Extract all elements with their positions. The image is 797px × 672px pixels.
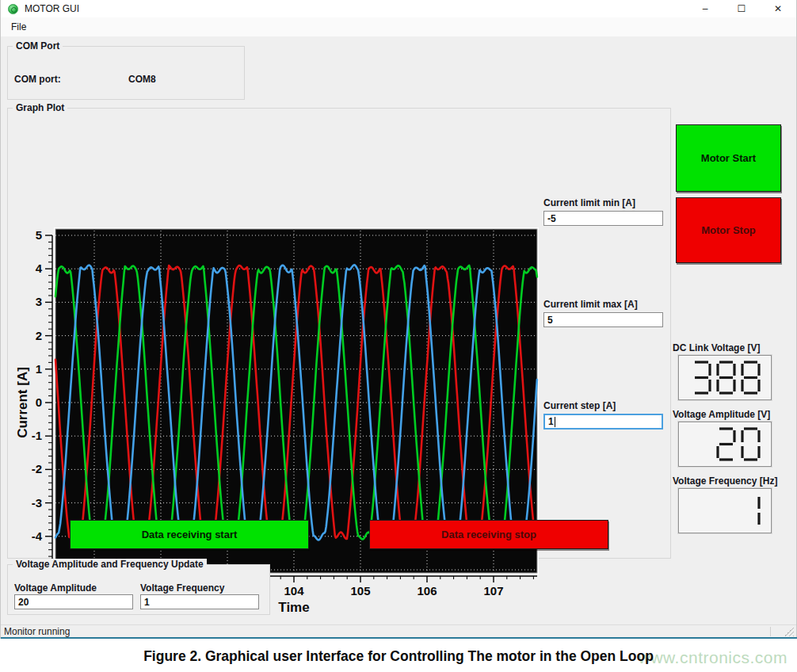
status-bar: Monitor running (1, 624, 796, 637)
graph-plot-group: Graph Plot -5-4-3-2-10123451011021031041… (7, 108, 671, 559)
menu-item-file[interactable]: File (7, 20, 30, 34)
window-controls: – ☐ ✕ (687, 0, 796, 17)
dc-link-voltage-digits (692, 360, 765, 396)
voltage-amplitude-display (678, 422, 772, 467)
svg-text:-1: -1 (32, 429, 42, 442)
svg-text:Time: Time (278, 600, 309, 615)
svg-text:Current [A]: Current [A] (16, 367, 30, 438)
menu-bar: File (1, 17, 796, 36)
app-window: MOTOR GUI – ☐ ✕ File COM Port COM port: … (0, 0, 797, 639)
current-limit-min-label: Current limit min [A] (543, 197, 635, 208)
screenshot-stage: MOTOR GUI – ☐ ✕ File COM Port COM port: … (0, 0, 797, 672)
voltage-amplitude-display-label: Voltage Amplitude [V] (673, 409, 770, 420)
text-caret (555, 417, 555, 427)
motor-stop-label: Motor Stop (701, 224, 756, 236)
dc-link-voltage-label: DC Link Voltage [V] (673, 342, 760, 353)
voltage-amplitude-digits (716, 426, 765, 463)
data-receiving-stop-label: Data receiving stop (441, 529, 536, 540)
svg-text:104: 104 (284, 584, 304, 598)
caption-area: www.cntronics.com Figure 2. Graphical us… (0, 639, 797, 672)
voltage-frequency-digits (741, 493, 765, 529)
motor-start-label: Motor Start (701, 152, 756, 164)
svg-text:5: 5 (36, 228, 42, 242)
voltage-frequency-input-label: Voltage Frequency (140, 582, 224, 594)
svg-text:105: 105 (350, 584, 370, 598)
svg-text:106: 106 (417, 584, 437, 598)
figure-caption: Figure 2. Graphical user Interface for C… (0, 648, 797, 665)
current-step-value: 1 (548, 416, 554, 427)
svg-text:-4: -4 (32, 529, 43, 543)
svg-text:3: 3 (36, 295, 42, 308)
close-button[interactable]: ✕ (760, 0, 796, 17)
voltage-amplitude-input-label: Voltage Amplitude (14, 582, 97, 594)
voltage-amplitude-input[interactable]: 20 (14, 594, 133, 609)
svg-text:2: 2 (36, 329, 42, 342)
svg-text:0: 0 (36, 395, 42, 409)
svg-text:4: 4 (36, 262, 43, 275)
dc-link-voltage-display (678, 355, 772, 400)
current-step-label: Current step [A] (543, 400, 616, 411)
current-limit-max-value: 5 (547, 315, 553, 326)
graph-plot-group-title: Graph Plot (13, 102, 67, 113)
svg-text:-3: -3 (32, 496, 42, 510)
voltage-frequency-input[interactable]: 1 (140, 594, 259, 609)
data-receiving-start-label: Data receiving start (142, 529, 238, 540)
svg-text:1: 1 (36, 362, 42, 376)
motor-start-button[interactable]: Motor Start (676, 124, 781, 192)
voltage-update-group-title: Voltage Amplitude and Frequency Update (13, 559, 207, 570)
data-receiving-stop-button[interactable]: Data receiving stop (369, 520, 608, 549)
voltage-frequency-display (678, 488, 772, 533)
svg-text:-2: -2 (32, 462, 42, 475)
current-limit-min-value: -5 (547, 213, 556, 224)
current-step-input[interactable]: 1 (543, 414, 663, 430)
voltage-update-group: Voltage Amplitude and Frequency Update V… (7, 564, 270, 615)
com-port-group-title: COM Port (13, 40, 63, 52)
voltage-amplitude-value: 20 (18, 597, 29, 608)
voltage-frequency-value: 1 (144, 597, 150, 608)
maximize-button[interactable]: ☐ (723, 0, 760, 17)
status-text: Monitor running (4, 626, 70, 637)
motor-stop-button[interactable]: Motor Stop (676, 197, 781, 263)
current-limit-max-input[interactable]: 5 (543, 312, 663, 327)
minimize-button[interactable]: – (687, 0, 723, 17)
com-port-value: COM8 (128, 74, 156, 85)
title-bar: MOTOR GUI – ☐ ✕ (1, 0, 796, 17)
resize-grip[interactable] (784, 627, 794, 636)
com-port-label: COM port: (14, 74, 61, 85)
window-title: MOTOR GUI (25, 3, 79, 14)
svg-text:107: 107 (483, 584, 503, 598)
voltage-frequency-display-label: Voltage Frequency [Hz] (673, 475, 777, 487)
current-limit-min-input[interactable]: -5 (543, 211, 663, 226)
com-port-group: COM Port COM port: COM8 (7, 46, 245, 100)
current-limit-max-label: Current limit max [A] (543, 299, 638, 310)
status-bar-separator (770, 627, 771, 636)
app-icon (8, 4, 18, 14)
data-receiving-start-button[interactable]: Data receiving start (70, 520, 309, 549)
